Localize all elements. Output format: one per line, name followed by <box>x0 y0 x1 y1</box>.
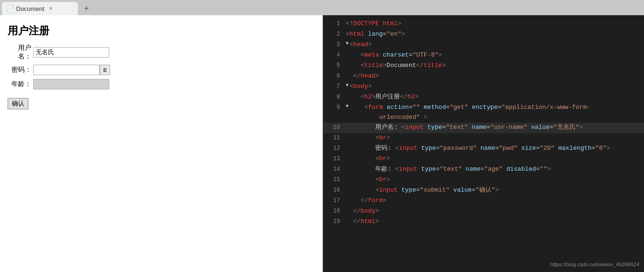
username-input[interactable] <box>33 47 109 58</box>
code-pane[interactable]: 1 <!DOCTYPE html> 2 <html lang="en"> 3 ▼… <box>323 15 644 272</box>
username-label: 用户名： <box>8 44 31 61</box>
code-line-7: 7 ▼ <body> <box>323 82 644 92</box>
main-area: 用户注册 用户名： 密码： 🗓 年龄： 确认 1 <!DOCTYP <box>0 15 644 272</box>
age-row: 年龄： <box>8 79 315 89</box>
line-num-9: 9 <box>327 103 340 112</box>
code-line-16: 16 <input type="submit" value="确认"> <box>323 185 644 196</box>
password-input[interactable] <box>33 65 100 75</box>
tab-bar: 📄 Document × + <box>0 0 644 15</box>
tab-close-button[interactable]: × <box>49 5 52 12</box>
line-num-17: 17 <box>327 196 340 205</box>
code-line-15: 15 <br> <box>323 175 644 185</box>
code-line-6: 6 </head> <box>323 71 644 82</box>
code-content-1: <!DOCTYPE html> <box>346 19 640 29</box>
code-content-13: <br> <box>346 154 640 164</box>
calendar-icon[interactable]: 🗓 <box>100 65 110 75</box>
code-line-5: 5 <title>Document</title> <box>323 61 644 71</box>
code-content-12: 密码: <input type="password" name="pwd" si… <box>346 144 640 154</box>
line-num-3: 3 <box>327 40 340 49</box>
line-num-2: 2 <box>327 29 340 39</box>
code-content-8: <h2>用户注册</h2> <box>346 92 640 102</box>
fold-arrow-9[interactable]: ▼ <box>346 103 349 110</box>
line-num-12: 12 <box>327 144 340 153</box>
code-line-3: 3 ▼ <head> <box>323 40 644 50</box>
code-content-15: <br> <box>346 175 640 185</box>
line-num-1: 1 <box>327 19 340 29</box>
browser-chrome: 📄 Document × + <box>0 0 644 15</box>
line-num-19: 19 <box>327 217 340 226</box>
tab-label: Document <box>16 5 44 12</box>
code-line-2: 2 <html lang="en"> <box>323 29 644 40</box>
watermark: https://blog.csdn.net/weixin_46396624 <box>550 261 639 269</box>
code-content-17: </form> <box>346 196 640 206</box>
code-content-14: 年龄: <input type="text" name="age" disabl… <box>346 165 640 175</box>
code-line-17: 17 </form> <box>323 196 644 206</box>
line-num-16: 16 <box>327 185 340 195</box>
submit-button[interactable]: 确认 <box>8 98 28 109</box>
code-line-13: 13 <br> <box>323 154 644 165</box>
code-line-4: 4 <meta charset="UTF-8"> <box>323 50 644 61</box>
code-content-16: <input type="submit" value="确认"> <box>346 185 640 195</box>
code-line-9: 9 ▼ <form action="" method="get" enctype… <box>323 103 644 123</box>
code-content-9: <form action="" method="get" enctype="ap… <box>350 103 640 123</box>
age-label: 年龄： <box>8 80 31 88</box>
fold-arrow-7[interactable]: ▼ <box>346 82 349 89</box>
code-line-11: 11 <br> <box>323 133 644 144</box>
code-content-6: </head> <box>346 71 640 81</box>
browser-tab-document[interactable]: 📄 Document × <box>2 2 78 15</box>
age-input <box>33 79 109 89</box>
code-content-3: <head> <box>350 40 640 50</box>
fold-arrow-3[interactable]: ▼ <box>346 40 349 48</box>
code-content-11: <br> <box>346 133 640 143</box>
code-line-1: 1 <!DOCTYPE html> <box>323 19 644 29</box>
line-num-18: 18 <box>327 206 340 216</box>
code-line-12: 12 密码: <input type="password" name="pwd"… <box>323 144 644 154</box>
code-content-10: 用户名: <input type="text" name="usr-name" … <box>346 123 640 133</box>
preview-pane: 用户注册 用户名： 密码： 🗓 年龄： 确认 <box>0 15 323 272</box>
code-line-18: 18 </body> <box>323 206 644 217</box>
line-num-11: 11 <box>327 133 340 143</box>
line-num-8: 8 <box>327 92 340 102</box>
code-line-19: 19 </html> <box>323 217 644 227</box>
password-label: 密码： <box>8 66 31 74</box>
code-content-2: <html lang="en"> <box>346 29 640 39</box>
code-line-14: 14 年龄: <input type="text" name="age" dis… <box>323 165 644 175</box>
line-num-10: 10 <box>327 123 340 132</box>
submit-row: 确认 <box>8 96 315 109</box>
line-num-5: 5 <box>327 61 340 70</box>
line-num-14: 14 <box>327 165 340 174</box>
line-num-13: 13 <box>327 154 340 164</box>
code-content-5: <title>Document</title> <box>346 61 640 71</box>
line-num-7: 7 <box>327 82 340 91</box>
line-num-15: 15 <box>327 175 340 185</box>
code-line-10: 10 用户名: <input type="text" name="usr-nam… <box>323 123 644 133</box>
username-row: 用户名： <box>8 44 315 61</box>
document-icon: 📄 <box>7 5 13 12</box>
code-content-4: <meta charset="UTF-8"> <box>346 50 640 60</box>
code-content-18: </body> <box>346 206 640 216</box>
code-content-7: <body> <box>350 82 640 92</box>
password-field-group: 🗓 <box>33 65 110 75</box>
password-row: 密码： 🗓 <box>8 65 315 75</box>
code-content-19: </html> <box>346 217 640 227</box>
line-num-4: 4 <box>327 50 340 60</box>
new-tab-button[interactable]: + <box>80 2 93 15</box>
line-num-6: 6 <box>327 71 340 81</box>
code-line-8: 8 <h2>用户注册</h2> <box>323 92 644 103</box>
page-title: 用户注册 <box>8 24 315 38</box>
